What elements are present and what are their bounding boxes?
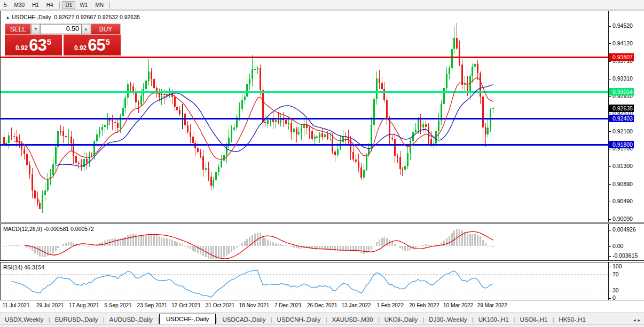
toolbar-separator: [59, 2, 60, 9]
price-tick-label: 0.94120: [609, 40, 633, 46]
timeframe-button-5[interactable]: 5: [1, 1, 10, 9]
sell-price-main: 63: [29, 36, 46, 55]
price-tick-label: 0.91300: [609, 163, 633, 169]
macd-tick-label: -0.003615: [609, 252, 638, 259]
sell-price-prefix: 0.92: [15, 44, 28, 52]
macd-tick-label: 0.00: [609, 243, 623, 249]
chart-ohlc-values: 0.92627 0.92667 0.92532 0.92635: [54, 14, 140, 20]
buy-price-main: 65: [88, 36, 105, 55]
tab-usdcnh-daily[interactable]: USDCNH-,Daily: [272, 315, 326, 325]
timeframe-toolbar: 5M30H1H4D1W1MN: [0, 0, 644, 10]
volume-control: ▼ 0.50 ▲: [31, 23, 91, 35]
macd-tick-label: 0.004926: [609, 226, 636, 233]
buy-price-button[interactable]: 0.92 65 5: [64, 35, 121, 55]
price-level-badge: 0.93807: [609, 53, 634, 61]
tab-hk50-h1[interactable]: HK50-,H1: [554, 315, 591, 325]
timeframe-button-m30[interactable]: M30: [11, 1, 28, 9]
date-tick-label: 26 Dec 2021: [307, 302, 337, 308]
date-tick-label: 20 Feb 2022: [409, 302, 439, 308]
timeframe-button-h4[interactable]: H4: [43, 1, 57, 9]
rsi-tick-label: 0: [609, 294, 616, 300]
tab-uk100-h1[interactable]: UK100-,H1: [474, 315, 514, 325]
rsi-tick-label: 30: [609, 287, 619, 293]
macd-name: MACD(12,26,9): [3, 226, 42, 232]
chart-title: ▲USDCHF-,Daily 0.92627 0.92667 0.92532 0…: [6, 14, 140, 20]
macd-values: -0.000581 0.000572: [44, 226, 94, 232]
rsi-value: 46.3154: [24, 264, 44, 270]
buy-price-prefix: 0.92: [74, 44, 87, 52]
rsi-indicator-panel[interactable]: RSI(14) 46.3154 10070300: [0, 262, 644, 300]
tab-usdx-weekly[interactable]: USDX,Weekly: [0, 315, 49, 325]
price-level-badge: 0.92403: [609, 115, 634, 122]
toolbar-separator: [109, 2, 110, 9]
date-tick-label: 18 Nov 2021: [239, 302, 270, 308]
timeframe-button-mn[interactable]: MN: [92, 1, 107, 9]
price-tick-label: 0.92100: [609, 128, 633, 134]
date-tick-label: 1 Feb 2022: [376, 302, 404, 308]
tab-eurusd-daily[interactable]: EURUSD-,Daily: [50, 315, 103, 325]
macd-axis: 0.0049260.00-0.003615: [608, 224, 644, 260]
timeframe-button-w1[interactable]: W1: [76, 1, 91, 9]
volume-input[interactable]: 0.50: [40, 24, 82, 34]
rsi-axis: 10070300: [608, 262, 644, 300]
one-click-trade-panel: SELL ▼ 0.50 ▲ BUY 0.92 63 5 0.92 65 5: [5, 23, 121, 55]
macd-label: MACD(12,26,9) -0.000581 0.000572: [3, 226, 94, 232]
sell-price-pip: 5: [47, 37, 51, 46]
macd-indicator-panel[interactable]: MACD(12,26,9) -0.000581 0.000572 0.00492…: [0, 224, 644, 261]
collapse-chart-icon[interactable]: ▲: [6, 15, 10, 19]
tab-dj30-weekly[interactable]: DJ30-,Weekly: [424, 315, 472, 325]
date-tick-label: 17 Aug 2021: [69, 302, 99, 308]
sell-button[interactable]: SELL: [5, 23, 31, 35]
tab-ukoil-daily[interactable]: UKOil-,Daily: [380, 315, 423, 325]
volume-decrease-button[interactable]: ▼: [32, 24, 40, 34]
price-chart-panel[interactable]: ▲USDCHF-,Daily 0.92627 0.92667 0.92532 0…: [0, 11, 644, 222]
price-level-badge: 0.92635: [609, 105, 634, 112]
date-tick-label: 7 Dec 2021: [274, 302, 302, 308]
tab-xauusd-m30[interactable]: XAUUSD-,M30: [327, 315, 378, 325]
price-tick-label: 0.93310: [609, 75, 633, 82]
date-tick-label: 31 Oct 2021: [206, 302, 234, 308]
price-axis: 0.945200.941200.937100.933100.929100.925…: [608, 11, 644, 222]
buy-button[interactable]: BUY: [91, 23, 121, 35]
date-tick-label: 12 Oct 2021: [171, 302, 200, 308]
price-tick-label: 0.90090: [609, 216, 633, 222]
date-tick-label: 5 Sep 2021: [105, 302, 132, 308]
date-axis: 11 Jul 202129 Jul 202117 Aug 20215 Sep 2…: [0, 300, 644, 313]
price-tick-label: 0.94520: [609, 22, 633, 29]
date-tick-label: 13 Jan 2022: [341, 302, 371, 308]
rsi-tick-label: 70: [609, 271, 619, 277]
status-strip: [0, 324, 644, 327]
tab-audusd-daily[interactable]: AUDUSD-,Daily: [105, 315, 158, 325]
buy-price-pip: 5: [106, 37, 110, 46]
price-level-badge: 0.91800: [609, 141, 634, 148]
tab-usdcad-daily[interactable]: USDCAD-,Daily: [217, 315, 270, 325]
timeframe-button-h1[interactable]: H1: [29, 1, 42, 9]
tab-usdchf-daily[interactable]: USDCHF-,Daily: [159, 314, 216, 325]
sell-price-button[interactable]: 0.92 63 5: [5, 35, 62, 55]
date-tick-label: 29 Jul 2021: [36, 302, 64, 308]
chart-tab-bar: USDX,Weekly|EURUSD-,Daily|AUDUSD-,Daily|…: [0, 313, 644, 325]
trading-terminal-window: 5M30H1H4D1W1MN ▲USDCHF-,Daily 0.92627 0.…: [0, 0, 644, 327]
price-tick-label: 0.90890: [609, 181, 633, 187]
date-tick-label: 23 Sep 2021: [137, 302, 167, 308]
price-level-badge: 0.93014: [609, 88, 634, 95]
rsi-plot: [1, 262, 608, 300]
date-tick-label: 29 Mar 2022: [477, 302, 507, 308]
chart-symbol-label: USDCHF-,Daily: [12, 14, 51, 20]
price-tick-label: 0.90490: [609, 198, 633, 204]
volume-increase-button[interactable]: ▲: [82, 24, 90, 34]
rsi-tick-label: 100: [609, 263, 622, 269]
rsi-label: RSI(14) 46.3154: [3, 264, 44, 270]
tab-scroll-arrows-icon[interactable]: ◂▸: [633, 317, 642, 323]
tab-usoil-h1[interactable]: USOil-,H1: [515, 315, 553, 325]
date-tick-label: 10 Mar 2022: [443, 302, 473, 308]
timeframe-button-d1[interactable]: D1: [62, 1, 76, 9]
date-tick-label: 11 Jul 2021: [3, 302, 30, 308]
rsi-name: RSI(14): [3, 264, 22, 270]
